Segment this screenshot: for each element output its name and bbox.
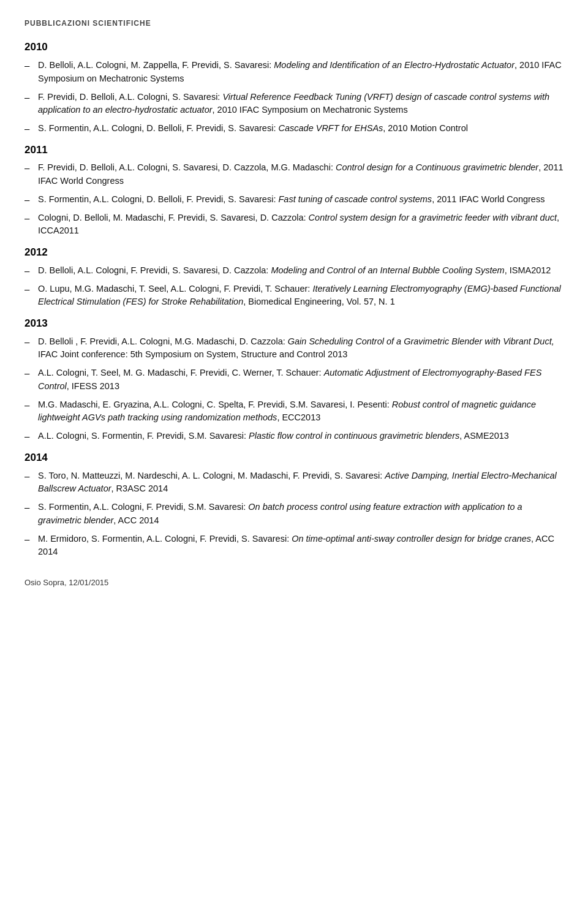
footer-date: Osio Sopra, 12/01/2015 <box>24 577 564 589</box>
list-item: –S. Formentin, A.L. Cologni, F. Previdi,… <box>24 501 564 528</box>
entry-text: M. Ermidoro, S. Formentin, A.L. Cologni,… <box>38 533 564 560</box>
list-item: –F. Previdi, D. Belloli, A.L. Cologni, S… <box>24 91 564 118</box>
year-heading: 2012 <box>24 245 564 260</box>
dash-icon: – <box>24 501 38 514</box>
entry-text: F. Previdi, D. Belloli, A.L. Cologni, S.… <box>38 161 564 188</box>
list-item: –A.L. Cologni, T. Seel, M. G. Madaschi, … <box>24 366 564 393</box>
entry-text: S. Formentin, A.L. Cologni, D. Belloli, … <box>38 193 564 207</box>
list-item: –D. Belloli , F. Previdi, A.L. Cologni, … <box>24 335 564 362</box>
year-section: 2011–F. Previdi, D. Belloli, A.L. Cologn… <box>24 143 564 238</box>
dash-icon: – <box>24 193 38 207</box>
year-section: 2013–D. Belloli , F. Previdi, A.L. Colog… <box>24 316 564 443</box>
list-item: –S. Toro, N. Matteuzzi, M. Nardeschi, A.… <box>24 469 564 496</box>
dash-icon: – <box>24 430 38 443</box>
dash-icon: – <box>24 335 38 349</box>
entry-text: D. Belloli, A.L. Cologni, F. Previdi, S.… <box>38 264 564 278</box>
list-item: –S. Formentin, A.L. Cologni, D. Belloli,… <box>24 193 564 207</box>
dash-icon: – <box>24 366 38 380</box>
year-section: 2014–S. Toro, N. Matteuzzi, M. Nardeschi… <box>24 450 564 559</box>
list-item: –S. Formentin, A.L. Cologni, D. Belloli,… <box>24 122 564 135</box>
entry-text: A.L. Cologni, S. Formentin, F. Previdi, … <box>38 430 564 443</box>
list-item: –M.G. Madaschi, E. Gryazina, A.L. Cologn… <box>24 398 564 425</box>
list-item: –Cologni, D. Belloli, M. Madaschi, F. Pr… <box>24 211 564 238</box>
dash-icon: – <box>24 533 38 546</box>
list-item: –M. Ermidoro, S. Formentin, A.L. Cologni… <box>24 533 564 560</box>
dash-icon: – <box>24 398 38 412</box>
dash-icon: – <box>24 161 38 175</box>
entry-text: S. Formentin, A.L. Cologni, F. Previdi, … <box>38 501 564 528</box>
dash-icon: – <box>24 122 38 135</box>
page-title: Pubblicazioni Scientifiche <box>24 18 564 29</box>
entry-text: O. Lupu, M.G. Madaschi, T. Seel, A.L. Co… <box>38 283 564 309</box>
dash-icon: – <box>24 211 38 225</box>
entry-text: S. Formentin, A.L. Cologni, D. Belloli, … <box>38 122 564 135</box>
entry-text: D. Belloli , F. Previdi, A.L. Cologni, M… <box>38 335 564 362</box>
year-section: 2012–D. Belloli, A.L. Cologni, F. Previd… <box>24 245 564 309</box>
dash-icon: – <box>24 91 38 104</box>
year-heading: 2010 <box>24 40 564 55</box>
entry-text: F. Previdi, D. Belloli, A.L. Cologni, S.… <box>38 91 564 118</box>
dash-icon: – <box>24 283 38 296</box>
year-heading: 2014 <box>24 450 564 466</box>
entry-text: D. Belloli, A.L. Cologni, M. Zappella, F… <box>38 59 564 86</box>
year-section: 2010–D. Belloli, A.L. Cologni, M. Zappel… <box>24 40 564 135</box>
entry-text: M.G. Madaschi, E. Gryazina, A.L. Cologni… <box>38 398 564 425</box>
entry-text: A.L. Cologni, T. Seel, M. G. Madaschi, F… <box>38 366 564 393</box>
list-item: –O. Lupu, M.G. Madaschi, T. Seel, A.L. C… <box>24 283 564 309</box>
entry-text: Cologni, D. Belloli, M. Madaschi, F. Pre… <box>38 211 564 238</box>
list-item: –F. Previdi, D. Belloli, A.L. Cologni, S… <box>24 161 564 188</box>
dash-icon: – <box>24 469 38 483</box>
list-item: –D. Belloli, A.L. Cologni, M. Zappella, … <box>24 59 564 86</box>
year-heading: 2013 <box>24 316 564 332</box>
entry-text: S. Toro, N. Matteuzzi, M. Nardeschi, A. … <box>38 469 564 496</box>
list-item: –D. Belloli, A.L. Cologni, F. Previdi, S… <box>24 264 564 278</box>
dash-icon: – <box>24 59 38 72</box>
list-item: –A.L. Cologni, S. Formentin, F. Previdi,… <box>24 430 564 443</box>
dash-icon: – <box>24 264 38 278</box>
year-heading: 2011 <box>24 143 564 158</box>
publications-list: 2010–D. Belloli, A.L. Cologni, M. Zappel… <box>24 40 564 559</box>
